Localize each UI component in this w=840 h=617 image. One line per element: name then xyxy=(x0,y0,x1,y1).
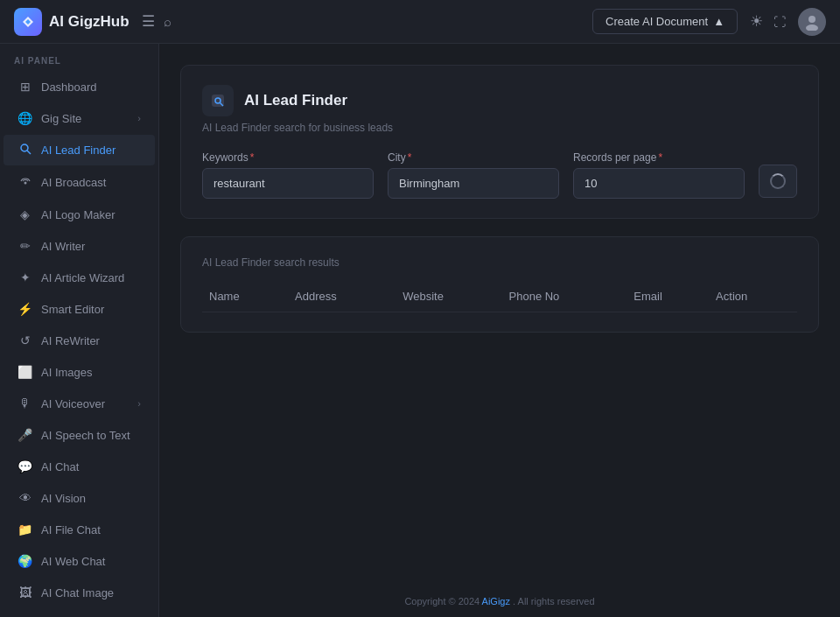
sidebar-item-label: Smart Editor xyxy=(41,303,104,316)
chat-image-icon: 🖼 xyxy=(18,585,32,599)
broadcast-icon xyxy=(18,175,32,190)
sidebar-item-label: AI Chat xyxy=(41,460,79,473)
footer-copyright: Copyright © 2024 xyxy=(404,596,480,606)
topbar-action-icons: ☀ ⛶ xyxy=(750,12,786,31)
expand-icon[interactable]: ⛶ xyxy=(774,15,786,29)
lead-finder-icon xyxy=(18,143,32,158)
sidebar-item-ai-broadcast[interactable]: AI Broadcast xyxy=(4,167,155,198)
sun-icon[interactable]: ☀ xyxy=(750,12,763,31)
records-required: * xyxy=(658,151,662,164)
sidebar-section-label: AI PANEL xyxy=(0,44,158,71)
main-content: AI Lead Finder AI Lead Finder search for… xyxy=(159,44,840,585)
card-header: AI Lead Finder xyxy=(202,85,797,116)
sidebar-item-smart-editor[interactable]: ⚡ Smart Editor xyxy=(4,294,155,324)
city-required: * xyxy=(408,151,412,164)
col-phone: Phone No xyxy=(502,281,627,312)
web-chat-icon: 🌍 xyxy=(18,554,32,568)
keywords-input[interactable] xyxy=(202,168,374,199)
sidebar-item-label: Dashboard xyxy=(41,81,97,94)
results-card: AI Lead Finder search results Name Addre… xyxy=(180,236,819,333)
search-button[interactable] xyxy=(759,165,797,198)
logo[interactable]: AI GigzHub xyxy=(14,8,130,36)
sidebar-item-label: AI Speech to Text xyxy=(41,429,130,442)
sidebar-item-label: AI Broadcast xyxy=(41,176,106,189)
sidebar-item-ai-vision[interactable]: 👁 AI Vision xyxy=(4,483,155,513)
sidebar-item-label: AI Images xyxy=(41,366,93,379)
records-per-page-input[interactable] xyxy=(573,168,745,199)
keywords-required: * xyxy=(250,151,255,164)
sidebar-item-ai-writer[interactable]: ✏ AI Writer xyxy=(4,231,155,261)
footer-suffix: . All rights reserved xyxy=(513,596,595,606)
sidebar-item-label: AI Web Chat xyxy=(41,555,105,568)
logo-text: AI GigzHub xyxy=(49,13,130,31)
search-icon[interactable]: ⌕ xyxy=(164,14,172,29)
sidebar-item-ai-rewriter[interactable]: ↺ AI ReWriter xyxy=(4,326,155,355)
svg-point-2 xyxy=(21,144,28,151)
records-group: Records per page* xyxy=(573,151,745,199)
sidebar-item-ai-speech-to-text[interactable]: 🎤 AI Speech to Text xyxy=(4,420,155,450)
sidebar-item-ai-chat-image[interactable]: 🖼 AI Chat Image xyxy=(4,578,155,607)
voiceover-icon: 🎙 xyxy=(18,396,32,410)
create-doc-label: Create AI Document xyxy=(606,15,708,28)
layout: AI PANEL ⊞ Dashboard 🌐 Gig Site › AI Lea… xyxy=(0,44,840,617)
topbar-right: Create AI Document ▲ ☀ ⛶ xyxy=(592,8,826,36)
loading-spinner-icon xyxy=(770,173,786,189)
col-email: Email xyxy=(626,281,709,312)
rewriter-icon: ↺ xyxy=(18,333,32,347)
dashboard-icon: ⊞ xyxy=(18,80,32,94)
chat-icon: 💬 xyxy=(18,459,32,473)
topbar-left: AI GigzHub ☰ ⌕ xyxy=(14,8,172,36)
keywords-group: Keywords* xyxy=(202,151,374,199)
smart-editor-icon: ⚡ xyxy=(18,302,32,316)
sidebar: AI PANEL ⊞ Dashboard 🌐 Gig Site › AI Lea… xyxy=(0,44,159,617)
city-label: City* xyxy=(388,151,559,164)
sidebar-item-dashboard[interactable]: ⊞ Dashboard xyxy=(4,72,155,102)
card-icon xyxy=(202,85,234,116)
topbar: AI GigzHub ☰ ⌕ Create AI Document ▲ ☀ ⛶ xyxy=(0,0,840,44)
writer-icon: ✏ xyxy=(18,239,32,253)
sidebar-item-label: Gig Site xyxy=(41,112,81,125)
keywords-label: Keywords* xyxy=(202,151,374,164)
sidebar-item-ai-web-chat[interactable]: 🌍 AI Web Chat xyxy=(4,546,155,576)
svg-point-1 xyxy=(806,25,818,31)
sidebar-item-ai-lead-finder[interactable]: AI Lead Finder xyxy=(4,135,155,165)
city-input[interactable] xyxy=(388,168,559,199)
chevron-up-icon: ▲ xyxy=(713,15,724,28)
sidebar-item-label: AI File Chat xyxy=(41,523,101,536)
records-label: Records per page* xyxy=(573,151,745,164)
sidebar-item-label: AI Vision xyxy=(41,492,86,505)
menu-icon[interactable]: ☰ xyxy=(142,12,155,31)
col-address: Address xyxy=(288,281,396,312)
article-wizard-icon: ✦ xyxy=(18,270,32,284)
lead-finder-card: AI Lead Finder AI Lead Finder search for… xyxy=(180,65,819,219)
topbar-nav-icons: ☰ ⌕ xyxy=(142,12,172,31)
sidebar-item-ai-images[interactable]: ⬜ AI Images xyxy=(4,357,155,387)
page-title: AI Lead Finder xyxy=(244,92,347,109)
col-name: Name xyxy=(202,281,288,312)
sidebar-item-label: AI Voiceover xyxy=(41,397,105,410)
sidebar-item-ai-article-wizard[interactable]: ✦ AI Article Wizard xyxy=(4,263,155,292)
vision-icon: 👁 xyxy=(18,491,32,505)
sidebar-item-ai-file-chat[interactable]: 📁 AI File Chat xyxy=(4,515,155,544)
svg-point-0 xyxy=(808,16,816,23)
globe-icon: 🌐 xyxy=(18,111,32,125)
sidebar-item-label: AI Chat Image xyxy=(41,586,114,599)
svg-line-3 xyxy=(27,151,31,154)
sidebar-item-ai-voiceover[interactable]: 🎙 AI Voiceover › xyxy=(4,389,155,418)
city-group: City* xyxy=(388,151,559,199)
results-label: AI Lead Finder search results xyxy=(202,256,797,269)
sidebar-item-label: AI Writer xyxy=(41,240,85,253)
logo-icon xyxy=(14,8,42,36)
sidebar-item-label: AI ReWriter xyxy=(41,334,100,347)
avatar[interactable] xyxy=(798,8,826,36)
sidebar-item-label: AI Article Wizard xyxy=(41,271,124,284)
sidebar-item-ai-logo-maker[interactable]: ◈ AI Logo Maker xyxy=(4,200,155,229)
sidebar-item-gig-site[interactable]: 🌐 Gig Site › xyxy=(4,103,155,133)
chevron-right-icon: › xyxy=(137,398,141,409)
create-ai-document-button[interactable]: Create AI Document ▲ xyxy=(592,9,738,34)
speech-to-text-icon: 🎤 xyxy=(18,428,32,442)
sidebar-item-ai-chat[interactable]: 💬 AI Chat xyxy=(4,452,155,481)
page-subtitle: AI Lead Finder search for business leads xyxy=(202,122,797,134)
images-icon: ⬜ xyxy=(18,365,32,379)
footer-brand-link[interactable]: AiGigz xyxy=(482,596,510,606)
